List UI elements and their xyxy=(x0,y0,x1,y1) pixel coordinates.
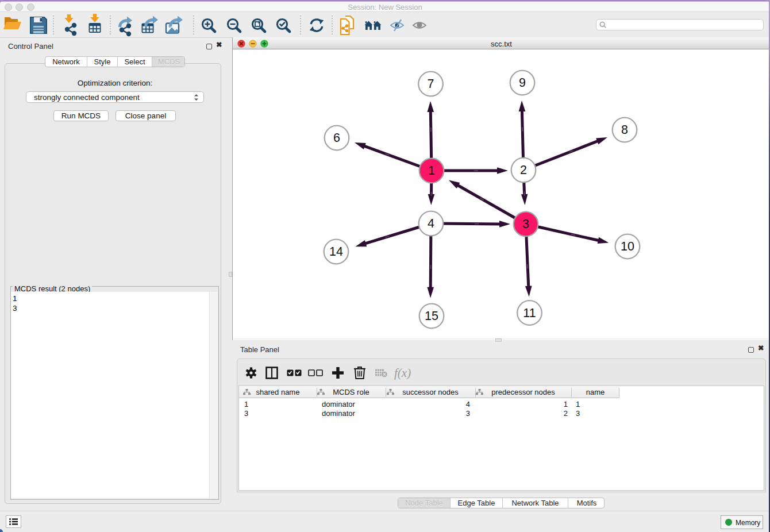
svg-text:4: 4 xyxy=(428,217,434,230)
svg-text:15: 15 xyxy=(425,309,438,323)
svg-text:10: 10 xyxy=(621,240,634,253)
svg-text:2: 2 xyxy=(520,163,527,177)
svg-text:3: 3 xyxy=(522,217,529,231)
svg-text:6: 6 xyxy=(333,131,340,145)
svg-text:7: 7 xyxy=(428,77,434,91)
svg-text:9: 9 xyxy=(519,76,526,90)
svg-text:14: 14 xyxy=(329,245,343,259)
svg-text:11: 11 xyxy=(523,306,536,320)
svg-text:f(x): f(x) xyxy=(394,366,411,380)
svg-text:1: 1 xyxy=(428,164,435,178)
svg-text:8: 8 xyxy=(621,123,628,137)
